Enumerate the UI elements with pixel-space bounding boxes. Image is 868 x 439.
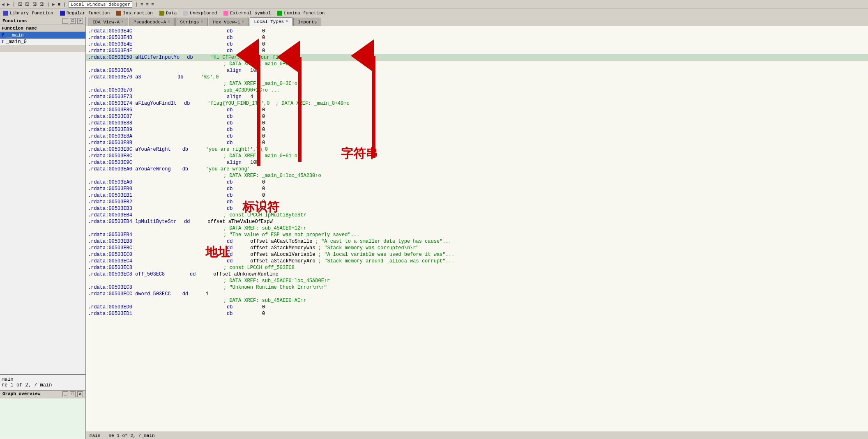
tab-strings[interactable]: Strings ×	[175, 18, 207, 26]
toolbar-icons: ◀ ▶ | 🖫 🖫 🖫 🖫 | ▶ ■ | Local Windows debu…	[2, 2, 154, 7]
legend-bar: Library function Regular function Instru…	[0, 9, 868, 17]
legend-unexplored-icon	[183, 11, 188, 16]
code-line: .rdata:00503EC4 dd offset aStackMemoryAr…	[86, 258, 868, 264]
legend-data-icon	[159, 11, 164, 16]
legend-regular: Regular function	[60, 11, 110, 16]
tab-hex-view-close[interactable]: ×	[242, 20, 244, 24]
legend-instruction: Instruction	[116, 11, 153, 16]
legend-data: Data	[159, 11, 177, 16]
code-line: .rdata:00503E86 db 0	[86, 107, 868, 113]
code-line: .rdata:00503E4E db 0	[86, 41, 868, 48]
tab-imports[interactable]: Imports	[293, 18, 321, 26]
legend-lumina: Lumina function	[277, 11, 325, 16]
code-line: .rdata:00503E70 aS db '%s',0	[86, 74, 868, 80]
functions-minimize-button[interactable]: _	[62, 18, 68, 24]
code-line: .rdata:00503E9C align 10h	[86, 159, 868, 166]
code-line: .rdata:00503EBC dd offset aStackMemoryWa…	[86, 245, 868, 251]
code-line: .rdata:00503E8B db 0	[86, 140, 868, 146]
tabs-bar: IDA View-A × Pseudocode-A × Strings × He…	[86, 17, 868, 26]
legend-lumina-icon	[277, 11, 282, 16]
code-line: .rdata:00503E88 db 0	[86, 120, 868, 126]
info-position: ne 1 of 2, /_main	[2, 382, 84, 388]
tab-local-types-close[interactable]: ×	[285, 19, 288, 24]
toolbar: ◀ ▶ | 🖫 🖫 🖫 🖫 | ▶ ■ | Local Windows debu…	[0, 0, 868, 9]
functions-panel-header: Functions _ □ ×	[0, 17, 85, 25]
graph-restore-button[interactable]: □	[70, 391, 76, 397]
legend-unexplored-label: Unexplored	[190, 11, 217, 16]
legend-lumina-label: Lumina function	[284, 11, 325, 16]
debugger-selector[interactable]: Local Windows debugger	[69, 1, 132, 8]
code-line: ; DATA XREF: _main_0+3C↑o	[86, 80, 868, 87]
graph-minimize-button[interactable]: _	[62, 391, 68, 397]
functions-panel-controls[interactable]: _ □ ×	[62, 18, 83, 24]
status-function: main	[90, 433, 100, 438]
graph-close-button[interactable]: ×	[77, 391, 83, 397]
legend-instruction-label: Instruction	[123, 11, 153, 16]
code-line: ; DATA XREF: _main_0:loc_45A230↑o	[86, 172, 868, 179]
legend-external: External symbol	[223, 11, 271, 16]
tab-hex-view-label: Hex View-1	[213, 20, 240, 25]
tab-ida-view[interactable]: IDA View-A ×	[88, 18, 128, 26]
code-line: .rdata:00503E4C db 0	[86, 28, 868, 34]
left-panel: Functions _ □ × Function name f __main f…	[0, 17, 86, 439]
code-line: .rdata:00503E8C aYouAreRight db 'you are…	[86, 146, 868, 153]
code-line: .rdata:00503E74 aFlagYouFindIt db 'flag{…	[86, 100, 868, 107]
function-row-main[interactable]: f __main	[0, 32, 85, 39]
functions-column-header: Function name	[0, 25, 85, 32]
code-line: .rdata:00503EC8 ; "Unknown Runtime Check…	[86, 284, 868, 291]
code-line: .rdata:00503EB1 db 0	[86, 192, 868, 199]
function-name-main0: _main_0	[6, 39, 27, 45]
code-line: .rdata:00503E87 db 0	[86, 113, 868, 120]
code-line: ; DATA XREF: _main_0+28↑o	[86, 61, 868, 67]
code-line: .rdata:00503E6A align 10h	[86, 67, 868, 74]
code-line: .rdata:00503E4D db 0	[86, 34, 868, 41]
graph-overview-panel: Graph overview _ □ ×	[0, 390, 85, 439]
legend-regular-label: Regular function	[67, 11, 110, 16]
tab-pseudocode-close[interactable]: ×	[168, 20, 170, 24]
code-area[interactable]: .rdata:00503E4C db 0 .rdata:00503E4D db …	[86, 26, 868, 432]
code-line: .rdata:00503EA0 aYouAreWrong db 'you are…	[86, 166, 868, 172]
code-line: .rdata:00503EB4 ; const LPCCH lpMultiByt…	[86, 212, 868, 218]
functions-scrollbar[interactable]	[0, 45, 85, 52]
code-line: .rdata:00503EC8 ; const LPCCH off_503EC8	[86, 264, 868, 271]
graph-overview-title: Graph overview	[2, 391, 40, 397]
tab-pseudocode-label: Pseudocode-A	[134, 20, 166, 25]
legend-external-label: External symbol	[230, 11, 271, 16]
code-line: .rdata:00503E4F db 0	[86, 48, 868, 54]
code-line-highlight: .rdata:00503E50 aHiCtferInputYo db 'Hi C…	[86, 54, 868, 61]
code-line: .rdata:00503EB0 db 0	[86, 186, 868, 192]
graph-overview-controls[interactable]: _ □ ×	[62, 391, 83, 397]
code-line: .rdata:00503EB2 db 0	[86, 199, 868, 205]
functions-close-button[interactable]: ×	[77, 18, 83, 24]
code-line: .rdata:00503EB8 dd offset aACastToSmalle…	[86, 238, 868, 245]
functions-list: f __main f _main_0	[0, 32, 85, 45]
tab-strings-label: Strings	[180, 20, 199, 25]
functions-panel-title: Functions	[2, 18, 27, 23]
code-line: .rdata:00503EC0 dd offset aALocalVariabl…	[86, 251, 868, 258]
tab-ida-view-close[interactable]: ×	[121, 20, 124, 24]
code-line: .rdata:00503ED0 db 0	[86, 304, 868, 310]
legend-regular-icon	[60, 11, 65, 16]
functions-restore-button[interactable]: □	[70, 18, 76, 24]
code-line: .rdata:00503EC8 off_503EC8 dd offset aUn…	[86, 271, 868, 278]
legend-library-icon	[3, 11, 8, 16]
code-line: ; DATA XREF: sub_45ACE0:loc_45AD0E↑r	[86, 278, 868, 284]
info-panel: main ne 1 of 2, /_main	[0, 375, 85, 390]
code-line: .rdata:00503EB4 lpMultiByteStr dd offset…	[86, 218, 868, 225]
tab-hex-view[interactable]: Hex View-1 ×	[209, 18, 249, 26]
tab-ida-view-label: IDA View-A	[92, 20, 120, 25]
functions-panel: Functions _ □ × Function name f __main f…	[0, 17, 85, 375]
legend-library: Library function	[3, 11, 53, 16]
tab-local-types[interactable]: Local Types ×	[250, 17, 293, 26]
tab-local-types-label: Local Types	[254, 19, 284, 24]
legend-unexplored: Unexplored	[183, 11, 217, 16]
tab-strings-close[interactable]: ×	[200, 20, 203, 24]
legend-instruction-icon	[116, 11, 121, 16]
code-line: .rdata:00503E73 align 4	[86, 94, 868, 100]
code-line: .rdata:00503E8A db 0	[86, 133, 868, 140]
code-line: .rdata:00503ED1 db 0	[86, 310, 868, 317]
code-line: .rdata:00503EA0 db 0	[86, 179, 868, 186]
function-row-main0[interactable]: f _main_0	[0, 39, 85, 45]
tab-pseudocode[interactable]: Pseudocode-A ×	[129, 18, 175, 26]
legend-library-label: Library function	[10, 11, 53, 16]
